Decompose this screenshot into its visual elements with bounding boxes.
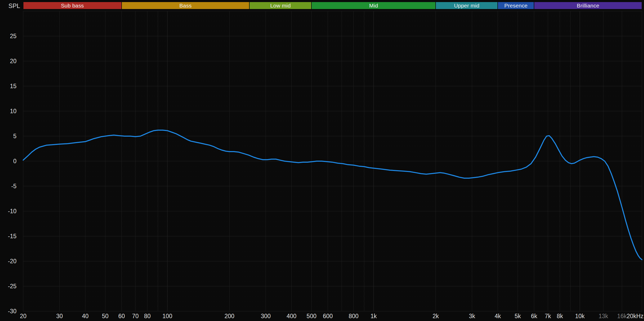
x-tick-label: 1k (358, 313, 389, 319)
response-curve (23, 130, 642, 260)
x-tick-label: 2k (420, 313, 451, 319)
frequency-response-chart: SPL Sub bassBassLow midMidUpper midPrese… (0, 0, 644, 321)
y-tick-label: -10 (0, 208, 16, 215)
y-tick-label: 0 (0, 158, 16, 164)
y-tick-label: 5 (0, 133, 16, 139)
x-tick-label: 20kHz (614, 313, 643, 319)
y-tick-label: -15 (0, 233, 16, 240)
plot-area (0, 0, 644, 321)
x-tick-label: 20 (8, 313, 39, 319)
x-tick-label: 100 (152, 313, 183, 319)
y-tick-label: -20 (0, 258, 16, 265)
y-tick-label: -5 (0, 183, 16, 190)
x-tick-label: 200 (214, 313, 245, 319)
y-tick-label: -25 (0, 283, 16, 290)
y-tick-label: 10 (0, 108, 16, 114)
y-tick-label: 25 (0, 33, 16, 39)
y-tick-label: 20 (0, 58, 16, 64)
y-tick-label: 15 (0, 83, 16, 89)
